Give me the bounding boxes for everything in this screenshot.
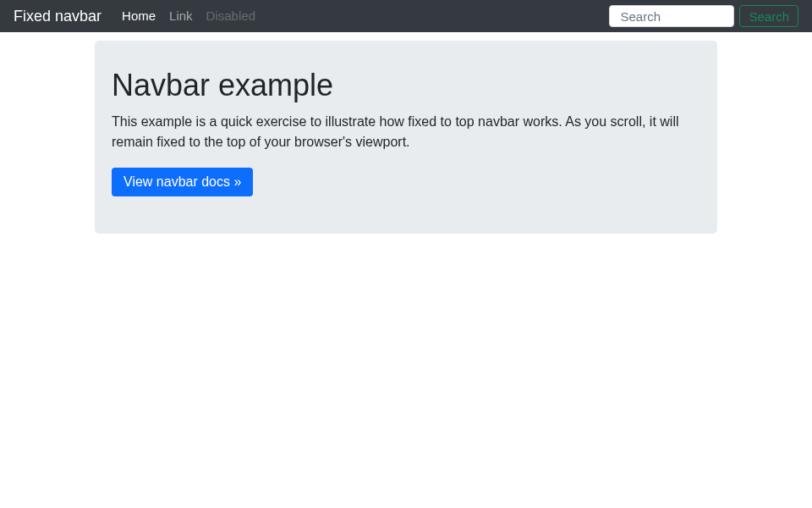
nav-link-disabled: Disabled [206,8,255,23]
main-content: Navbar example This example is a quick e… [0,0,812,234]
nav-item-home: Home [115,8,162,24]
jumbotron: Navbar example This example is a quick e… [95,41,717,234]
navbar-nav: Home Link Disabled [115,8,262,24]
nav-link-home[interactable]: Home [122,8,156,23]
navbar: Fixed navbar Home Link Disabled Search [0,0,812,32]
search-button[interactable]: Search [739,5,798,27]
page-heading: Navbar example [112,68,700,103]
navbar-brand[interactable]: Fixed navbar [14,8,102,25]
page-description: This example is a quick exercise to illu… [112,112,700,152]
navbar-search-form: Search [609,5,798,27]
nav-item-link: Link [162,8,200,24]
nav-item-disabled: Disabled [200,8,262,24]
nav-link-link[interactable]: Link [169,8,193,23]
search-input[interactable] [609,5,734,27]
view-docs-button[interactable]: View navbar docs » [112,168,253,196]
navbar-left: Fixed navbar Home Link Disabled [14,8,262,25]
